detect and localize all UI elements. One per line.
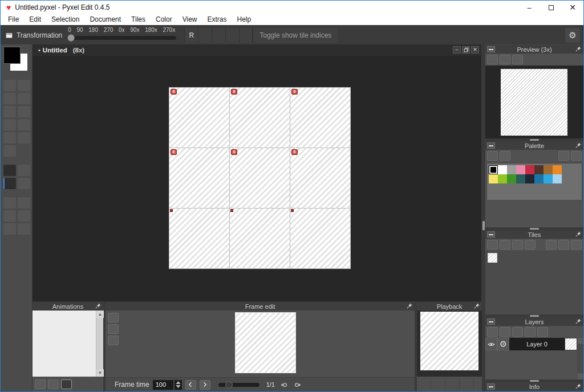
- tile-cell[interactable]: 0: [169, 148, 229, 208]
- menu-item-file[interactable]: File: [3, 14, 24, 25]
- layer-visibility-button[interactable]: [485, 338, 497, 350]
- tile-index-button[interactable]: [525, 240, 536, 250]
- pointer-tool[interactable]: [3, 178, 16, 189]
- grid-toggle[interactable]: [3, 210, 16, 222]
- palette-swatch[interactable]: [507, 165, 516, 174]
- hand-tool[interactable]: [3, 197, 16, 209]
- tile-cell[interactable]: [169, 209, 229, 268]
- swap-colors[interactable]: [3, 80, 16, 91]
- zoom-out-button[interactable]: [108, 324, 119, 334]
- doc-close-button[interactable]: ✕: [471, 46, 479, 54]
- divider-grip[interactable]: [530, 380, 539, 382]
- chev-left-button[interactable]: [445, 378, 460, 390]
- onion-next-button[interactable]: [293, 380, 303, 390]
- document-tab-bar[interactable]: • Untitled (8x) – ✕: [33, 44, 481, 56]
- pin-icon[interactable]: [473, 303, 480, 309]
- pin-icon[interactable]: [575, 142, 582, 149]
- doc-restore-button[interactable]: [462, 46, 470, 54]
- menu-item-view[interactable]: View: [177, 14, 202, 25]
- minimize-button[interactable]: –: [518, 1, 540, 14]
- mixer-button[interactable]: [558, 151, 569, 161]
- menu-item-selection[interactable]: Selection: [46, 14, 84, 25]
- plus-button[interactable]: [487, 151, 498, 161]
- play-button[interactable]: [417, 378, 431, 390]
- rectangle-tool[interactable]: [3, 119, 16, 130]
- gear-button[interactable]: [571, 151, 582, 161]
- palette-swatch[interactable]: [534, 165, 544, 174]
- menu-item-edit[interactable]: Edit: [24, 14, 46, 25]
- menu-item-tiles[interactable]: Tiles: [126, 14, 151, 25]
- palette-swatch[interactable]: [534, 174, 544, 183]
- palette-swatch[interactable]: [516, 174, 525, 183]
- zoom-tool[interactable]: [18, 197, 30, 209]
- copy-button[interactable]: [512, 240, 523, 250]
- frame-time-stepper[interactable]: [175, 380, 182, 390]
- animations-scrollbar[interactable]: ▲ ▼: [96, 311, 103, 377]
- panel-minimize-button[interactable]: [487, 46, 495, 52]
- flip-vertical-button[interactable]: [239, 28, 253, 43]
- palette-swatch[interactable]: [489, 174, 498, 183]
- tile-cell[interactable]: [290, 209, 350, 268]
- layers-scrollbar[interactable]: ▲ ▼: [577, 338, 583, 379]
- grid-check-button[interactable]: [108, 336, 119, 345]
- tile-draw-tool[interactable]: [3, 165, 16, 176]
- default-colors[interactable]: [18, 80, 30, 91]
- merge-down-button[interactable]: [525, 327, 536, 337]
- ellipse-tool[interactable]: [18, 119, 30, 130]
- slider-track[interactable]: [67, 36, 176, 40]
- palette-swatch[interactable]: [489, 165, 498, 174]
- tile-cell[interactable]: 0: [290, 88, 350, 148]
- pin-icon[interactable]: [95, 303, 102, 309]
- flip-horizontal-button[interactable]: [225, 28, 239, 43]
- trash-button[interactable]: [48, 379, 59, 389]
- panel-minimize-button[interactable]: [487, 231, 495, 238]
- prev-frame-button[interactable]: [185, 380, 196, 390]
- layer-thumbnail[interactable]: [565, 338, 577, 350]
- stroke-tool[interactable]: [18, 132, 30, 144]
- rotate-ccw-button[interactable]: [198, 28, 212, 43]
- frame-image[interactable]: [235, 312, 296, 373]
- fill-tool[interactable]: [3, 132, 16, 144]
- doc-minimize-button[interactable]: –: [453, 46, 461, 54]
- menu-item-document[interactable]: Document: [84, 14, 126, 25]
- palette-swatch[interactable]: [553, 165, 562, 174]
- foreground-color-swatch[interactable]: [3, 47, 21, 64]
- color-swatches[interactable]: [3, 47, 29, 72]
- frame-time-input[interactable]: 100: [153, 380, 173, 390]
- close-button[interactable]: ✕: [562, 1, 583, 14]
- toggle-tile-indices-button[interactable]: Toggle show tile indices: [253, 28, 338, 43]
- scroll-down-icon[interactable]: ▼: [96, 369, 104, 377]
- pin-icon[interactable]: [575, 46, 582, 52]
- frame-slider-thumb[interactable]: [225, 381, 233, 389]
- select-tool[interactable]: [3, 93, 16, 104]
- zoom-in-button[interactable]: [487, 55, 498, 64]
- palette-swatch[interactable]: [525, 174, 534, 183]
- wand-tool[interactable]: [18, 93, 30, 104]
- menu-item-extras[interactable]: Extras: [202, 14, 232, 25]
- pin-icon[interactable]: [575, 383, 582, 390]
- palette-swatch[interactable]: [553, 174, 562, 183]
- plus-button[interactable]: [487, 327, 498, 337]
- spin-down-icon[interactable]: [176, 385, 181, 388]
- toolbar-settings-button[interactable]: ⚙: [565, 28, 580, 43]
- tile-cell[interactable]: 0: [230, 148, 290, 208]
- loop-button[interactable]: [431, 378, 445, 390]
- maximize-button[interactable]: [540, 1, 562, 14]
- chev-right-button[interactable]: [460, 378, 474, 390]
- menu-item-help[interactable]: Help: [232, 14, 257, 25]
- plus-button[interactable]: [35, 379, 46, 389]
- rotate-cw-button[interactable]: [212, 28, 225, 43]
- palette-swatch[interactable]: [544, 174, 553, 183]
- pin-icon[interactable]: [406, 303, 413, 309]
- zoom-out-button[interactable]: [500, 55, 510, 64]
- slider-thumb[interactable]: [67, 34, 75, 42]
- scroll-up-icon[interactable]: ▲: [96, 311, 104, 318]
- tile-cell[interactable]: [230, 209, 290, 268]
- copy-button[interactable]: [512, 327, 523, 337]
- scroll-down-icon[interactable]: ▼: [577, 373, 583, 379]
- frame-edit-canvas[interactable]: [106, 311, 415, 377]
- eyedropper-tool[interactable]: [3, 145, 16, 157]
- tile-rotate-tool[interactable]: [18, 178, 30, 189]
- layer-name[interactable]: Layer 0: [509, 338, 565, 350]
- animation-pointer-toggle[interactable]: [61, 379, 72, 389]
